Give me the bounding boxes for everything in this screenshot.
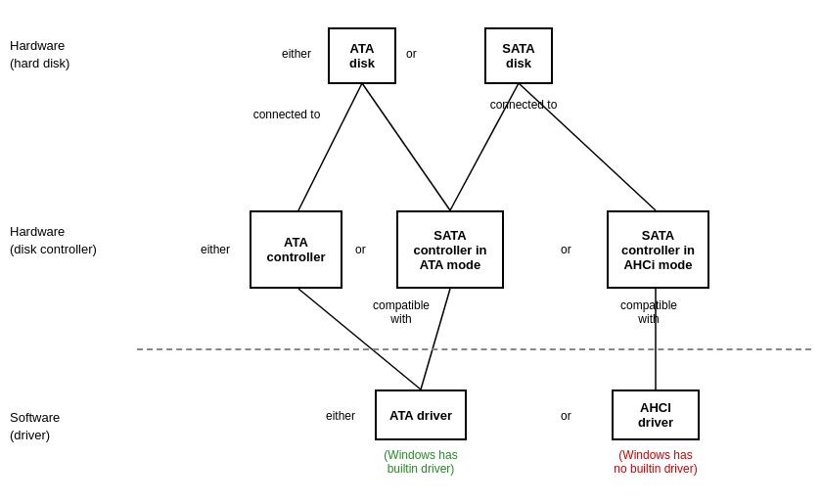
box-sata-controller-ahci: SATAcontroller inAHCi mode [607,210,709,289]
box-ata-controller: ATAcontroller [250,210,342,289]
label-or-2: or [355,243,366,256]
note-windows-no-builtin: (Windows hasno builtin driver) [602,448,709,476]
box-sata-disk: SATAdisk [484,27,553,84]
label-or-1: or [406,47,417,61]
label-either-3: either [326,409,355,423]
label-hardware-disk: Hardware(hard disk) [10,37,69,72]
label-or-4: or [561,409,571,423]
label-connected-to-1: connected to [243,108,331,121]
label-hardware-controller: Hardware(disk controller) [10,223,97,258]
label-either-1: either [282,47,311,61]
svg-line-0 [298,83,362,210]
box-sata-controller-ata: SATAcontroller inATA mode [396,210,504,289]
box-ata-driver: ATA driver [375,389,467,440]
box-ahci-driver: AHCIdriver [612,389,700,440]
label-compatible-with-1: compatiblewith [362,298,440,326]
label-compatible-with-2: compatiblewith [610,298,688,326]
diagram: Hardware(hard disk) Hardware(disk contro… [0,0,821,504]
label-connected-to-2: connected to [479,98,568,112]
label-software-driver: Software(driver) [10,409,60,444]
label-or-3: or [561,243,571,256]
dashed-divider [137,348,811,350]
note-windows-builtin: (Windows hasbuiltin driver) [375,448,467,476]
label-either-2: either [201,243,230,256]
box-ata-disk: ATAdisk [328,27,396,84]
svg-line-1 [362,83,450,210]
